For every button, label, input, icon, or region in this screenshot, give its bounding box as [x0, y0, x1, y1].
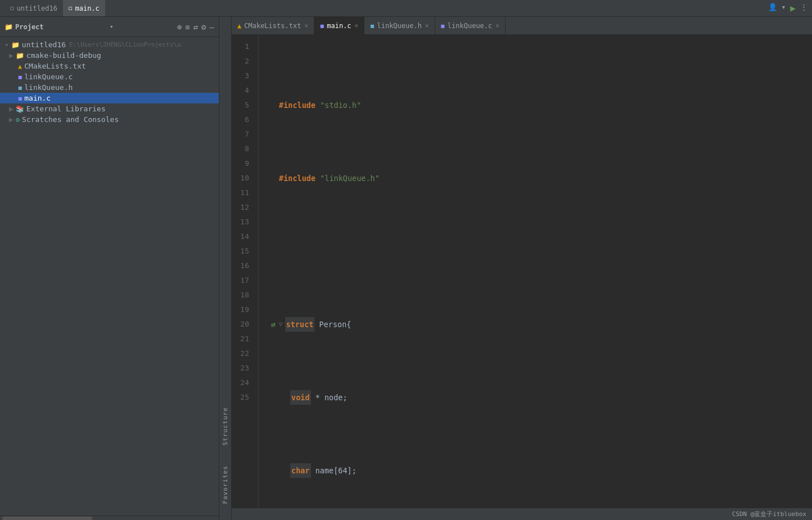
blank-3 — [279, 244, 283, 259]
line-numbers: 1 2 3 4 5 6 7 8 9 10 11 12 13 14 15 16 1… — [232, 35, 259, 508]
tree-expand-extlibs: ▶ — [9, 105, 13, 113]
linenum-14: 14 — [232, 229, 254, 244]
c-file-icon-1: ◼ — [18, 73, 22, 81]
linenum-3: 3 — [232, 69, 254, 83]
tree-item-scratches[interactable]: ▶ ⚙ Scratches and Consoles — [0, 114, 219, 125]
space-1 — [315, 98, 320, 112]
root-folder-icon: 📁 — [11, 41, 20, 49]
linenum-4: 4 — [232, 83, 254, 98]
code-6-rest: name[64]; — [311, 463, 357, 478]
title-bar-controls: 👤 ▾ ▶ ⋮ — [768, 3, 808, 13]
code-line-1: #include "stdio.h" — [268, 98, 812, 112]
sidebar-dropdown-arrow[interactable]: ▾ — [110, 23, 114, 30]
tree-expand-root: ▾ — [4, 40, 9, 49]
h-file-icon-1: ◼ — [18, 84, 22, 92]
arrow-icon[interactable]: ▶ — [790, 3, 796, 13]
sidebar-scrollbar[interactable] — [0, 516, 219, 520]
tree-label-root: untitled16 — [22, 40, 66, 49]
sidebar-minimize-icon[interactable]: — — [210, 22, 214, 31]
str-2: "linkQueue.h" — [320, 171, 380, 186]
linenum-21: 21 — [232, 332, 254, 346]
tab-label-linkqueueh: linkQueue.h — [377, 22, 421, 30]
tab-close-cmakelists[interactable]: ✕ — [304, 22, 308, 29]
sidebar-swap-icon[interactable]: ⇄ — [193, 22, 198, 31]
linenum-1: 1 — [232, 39, 254, 54]
c-file-icon-2: ◼ — [18, 94, 22, 102]
tree-item-linkqueuec[interactable]: ◼ linkQueue.c — [0, 71, 219, 82]
linenum-18: 18 — [232, 288, 254, 302]
editor-tab-mainc[interactable]: ◼ main.c ✕ — [314, 17, 364, 34]
tab-close-linkqueueh[interactable]: ✕ — [425, 22, 429, 29]
fold-4: ▽ — [279, 317, 283, 332]
tree-item-linkqueueh[interactable]: ◼ linkQueue.h — [0, 82, 219, 93]
more-icon[interactable]: ⋮ — [800, 3, 808, 13]
code-4-rest: Person{ — [314, 317, 351, 332]
code-line-3 — [268, 244, 812, 259]
linenum-13: 13 — [232, 215, 254, 229]
editor-tab-linkqueuec[interactable]: ◼ linkQueue.c ✕ — [435, 17, 506, 34]
linenum-19: 19 — [232, 302, 254, 317]
tab-label-cmakelists: CMakeLists.txt — [244, 22, 301, 30]
linenum-22: 22 — [232, 346, 254, 361]
vtab-structure[interactable]: Structure — [220, 403, 231, 450]
sidebar-folder-icon: 📁 — [4, 23, 13, 31]
tree-item-root[interactable]: ▾ 📁 untitled16 E:\Users\ZHENG\CLionProje… — [0, 39, 219, 50]
space-2 — [315, 171, 320, 186]
tab-c-icon-1: ◼ — [320, 22, 324, 30]
sidebar-scrollbar-thumb — [2, 517, 92, 520]
linenum-16: 16 — [232, 259, 254, 273]
linenum-9: 9 — [232, 156, 254, 171]
linenum-2: 2 — [232, 54, 254, 69]
sidebar-list-icon[interactable]: ≡ — [185, 22, 190, 31]
cmake-file-icon: ▲ — [18, 62, 22, 70]
cmake-build-folder-icon: 📁 — [16, 52, 24, 60]
tree-label-linkqueueh: linkQueue.h — [24, 83, 73, 92]
linenum-25: 25 — [232, 390, 254, 405]
tab-c-icon-2: ◼ — [441, 22, 445, 30]
tree-item-cmake-build[interactable]: ▶ 📁 cmake-build-debug — [0, 50, 219, 61]
tab-bar: ▲ CMakeLists.txt ✕ ◼ main.c ✕ ◼ linkQueu… — [232, 17, 812, 35]
code-line-2: #include "linkQueue.h" — [268, 171, 812, 186]
tab-close-linkqueuec[interactable]: ✕ — [495, 22, 499, 29]
editor-tab-linkqueueh[interactable]: ◼ linkQueue.h ✕ — [364, 17, 435, 34]
linenum-23: 23 — [232, 361, 254, 376]
vtab-favorites[interactable]: Favorites — [220, 461, 231, 509]
window-icon: ◻ — [10, 4, 14, 12]
tab-close-mainc[interactable]: ✕ — [355, 22, 359, 29]
file-tree: ▾ 📁 untitled16 E:\Users\ZHENG\CLionProje… — [0, 37, 219, 516]
code-line-5: void * node; — [268, 390, 812, 405]
main-layout: 📁 Project ▾ ⊕ ≡ ⇄ ⚙ — ▾ 📁 untitled16 E:\… — [0, 17, 812, 520]
tree-label-cmakelists: CMakeLists.txt — [24, 62, 86, 70]
code-line-4: ⇄ ▽ struct Person{ — [268, 317, 812, 332]
sidebar-sync-icon[interactable]: ⊕ — [177, 22, 182, 31]
sidebar-header: 📁 Project ▾ ⊕ ≡ ⇄ ⚙ — — [0, 17, 219, 37]
kw-char-6: char — [290, 463, 311, 478]
linenum-15: 15 — [232, 244, 254, 259]
sidebar-settings-icon[interactable]: ⚙ — [201, 22, 206, 31]
editor-tab-cmakelists[interactable]: ▲ CMakeLists.txt ✕ — [232, 17, 314, 34]
title-bar: ◻ untitled16 ◻ main.c 👤 ▾ ▶ ⋮ — [0, 0, 812, 17]
tab-cmake-icon: ▲ — [237, 22, 241, 30]
kw-include-2: #include — [279, 171, 315, 186]
tree-label-scratches: Scratches and Consoles — [22, 115, 119, 124]
title-tab-project[interactable]: ◻ untitled16 — [4, 0, 63, 16]
tree-path-root: E:\Users\ZHENG\CLionProjects\u — [69, 41, 181, 48]
tree-item-extlibs[interactable]: ▶ 📚 External Libraries — [0, 103, 219, 114]
linenum-6: 6 — [232, 112, 254, 127]
linenum-17: 17 — [232, 273, 254, 288]
editor-area: ▲ CMakeLists.txt ✕ ◼ main.c ✕ ◼ linkQueu… — [232, 17, 812, 520]
tree-item-mainc[interactable]: ◼ main.c — [0, 93, 219, 103]
user-icon[interactable]: 👤 ▾ — [768, 3, 786, 13]
tree-label-extlibs: External Libraries — [26, 105, 106, 113]
linenum-10: 10 — [232, 171, 254, 186]
tree-expand-scratches: ▶ — [9, 115, 13, 124]
code-content[interactable]: #include "stdio.h" #include "linkQueue.h… — [259, 35, 812, 508]
tree-label-mainc: main.c — [24, 94, 51, 102]
tree-label-cmake-build: cmake-build-debug — [26, 51, 101, 60]
status-right: CSDN @蓝盒子itbluebox — [732, 510, 806, 518]
kw-struct-4: struct — [285, 317, 315, 332]
arrow-4: ⇄ — [271, 317, 276, 332]
tab-label-mainc: main.c — [327, 22, 351, 30]
title-tab-mainc[interactable]: ◻ main.c — [63, 0, 105, 16]
tree-item-cmakelists[interactable]: ▲ CMakeLists.txt — [0, 61, 219, 71]
